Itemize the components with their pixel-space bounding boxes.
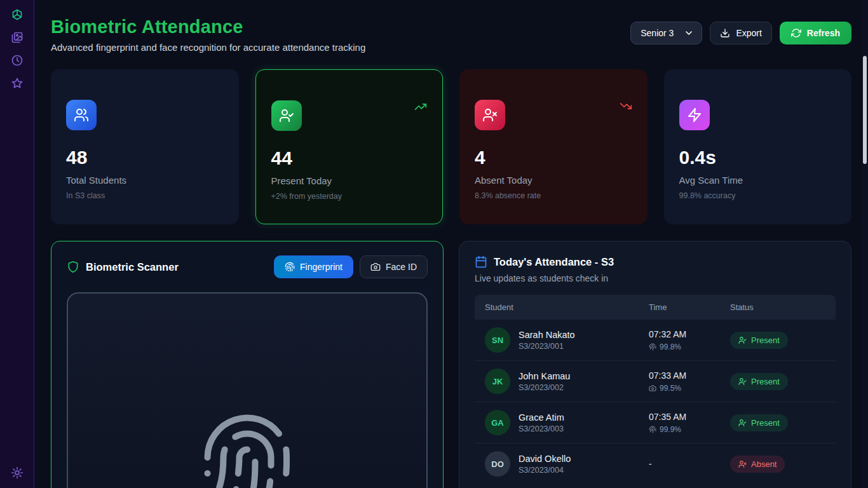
student-names: John Kamau S3/2023/002 — [519, 371, 570, 392]
attendance-table: Student Time Status SN Sarah Nakato S3/2… — [475, 295, 836, 484]
stat-value: 4 — [475, 147, 632, 168]
stat-label: Absent Today — [475, 175, 632, 186]
fingerprint-scan-icon — [200, 410, 295, 488]
table-row[interactable]: GA Grace Atim S3/2023/003 07:35 AM 99.9% — [475, 402, 836, 443]
table-row[interactable]: JK John Kamau S3/2023/002 07:33 AM 99.5% — [475, 360, 836, 402]
page-title: Biometric Attendance — [51, 17, 365, 37]
status-badge: Present — [730, 373, 788, 390]
time-cell: 07:35 AM 99.9% — [649, 412, 730, 434]
tab-fingerprint-label: Fingerprint — [300, 262, 342, 272]
student-id: S3/2023/003 — [519, 424, 564, 433]
settings-gear-icon[interactable] — [11, 466, 24, 479]
window-scrollbar[interactable] — [862, 0, 868, 488]
status-label: Present — [751, 418, 780, 428]
scanner-mode-tabs: Fingerprint Face ID — [274, 255, 428, 278]
stat-sub: 99.8% accuracy — [679, 191, 837, 200]
scan-accuracy: 99.8% — [649, 342, 730, 351]
tab-face-id-label: Face ID — [386, 262, 417, 272]
refresh-button[interactable]: Refresh — [780, 22, 851, 44]
student-names: David Okello S3/2023/004 — [519, 454, 571, 475]
fingerprint-icon — [649, 343, 656, 351]
biometric-scanner-panel: Biometric Scanner Fingerprint Face ID — [51, 241, 444, 488]
class-select[interactable]: Senior 3 — [630, 22, 702, 44]
accuracy-value: 99.8% — [660, 342, 681, 351]
tab-face-id[interactable]: Face ID — [360, 255, 428, 278]
trending-up-icon — [414, 100, 427, 116]
avatar: GA — [485, 410, 510, 435]
status-badge: Present — [730, 332, 788, 349]
status-cell: Absent — [730, 456, 825, 473]
user-x-icon — [475, 100, 505, 130]
sidebar — [0, 0, 34, 488]
chevron-down-icon — [684, 28, 694, 38]
student-cell: DO David Okello S3/2023/004 — [485, 451, 649, 477]
scanner-surface[interactable] — [67, 292, 428, 488]
user-check-icon — [738, 419, 747, 427]
favorites-star-icon[interactable] — [11, 77, 24, 90]
user-check-icon — [271, 100, 302, 131]
status-badge: Absent — [730, 456, 785, 473]
class-select-value: Senior 3 — [641, 28, 674, 38]
status-cell: Present — [730, 414, 825, 431]
check-in-time: 07:33 AM — [649, 370, 730, 381]
history-clock-icon[interactable] — [11, 54, 24, 67]
shield-icon — [67, 261, 79, 273]
student-name: Grace Atim — [519, 412, 564, 423]
time-cell: 07:33 AM 99.5% — [649, 370, 730, 393]
student-names: Sarah Nakato S3/2023/001 — [519, 330, 575, 351]
time-cell: 07:32 AM 99.8% — [649, 329, 730, 351]
student-id: S3/2023/004 — [519, 466, 571, 475]
student-id: S3/2023/002 — [519, 383, 570, 392]
app-window: Biometric Attendance Advanced fingerprin… — [0, 0, 868, 488]
attendance-panel-title: Today's Attendance - S3 — [494, 256, 614, 268]
library-icon[interactable] — [11, 31, 24, 44]
status-cell: Present — [730, 332, 825, 349]
scanner-panel-title: Biometric Scanner — [86, 261, 179, 273]
scrollbar-thumb[interactable] — [863, 56, 867, 164]
scan-accuracy: 99.5% — [649, 384, 730, 393]
avatar: JK — [485, 369, 510, 394]
export-button[interactable]: Export — [710, 22, 771, 44]
fingerprint-icon — [649, 426, 656, 433]
check-in-time: - — [649, 459, 730, 469]
col-student: Student — [485, 302, 649, 312]
fingerprint-icon — [285, 262, 295, 272]
tab-fingerprint[interactable]: Fingerprint — [274, 255, 353, 278]
student-id: S3/2023/001 — [519, 342, 575, 351]
stat-label: Present Today — [271, 175, 428, 186]
camera-icon — [649, 384, 656, 392]
stat-card-present-today: 44 Present Today +2% from yesterday — [255, 69, 444, 224]
stat-value: 48 — [66, 147, 224, 168]
zap-icon — [679, 100, 710, 130]
page-header-titles: Biometric Attendance Advanced fingerprin… — [51, 17, 365, 53]
stat-value: 44 — [271, 147, 428, 169]
stat-sub: In S3 class — [66, 191, 224, 200]
user-check-icon — [738, 377, 747, 386]
student-cell: GA Grace Atim S3/2023/003 — [485, 410, 649, 435]
stat-sub: 8.3% absence rate — [475, 191, 632, 200]
scanner-panel-header: Biometric Scanner Fingerprint Face ID — [67, 255, 428, 278]
table-row[interactable]: DO David Okello S3/2023/004 - — [475, 443, 836, 484]
scan-accuracy: 99.9% — [649, 425, 730, 434]
avatar: DO — [485, 451, 510, 477]
page-header: Biometric Attendance Advanced fingerprin… — [51, 17, 851, 53]
user-x-icon — [738, 460, 747, 468]
stat-card-avg-scan-time: 0.4s Avg Scan Time 99.8% accuracy — [664, 69, 852, 224]
avatar: SN — [485, 327, 510, 353]
accuracy-value: 99.9% — [660, 425, 681, 434]
header-controls: Senior 3 Export Refresh — [630, 22, 851, 44]
time-cell: - — [649, 459, 730, 469]
attendance-title-wrap: Today's Attendance - S3 — [475, 255, 836, 268]
calendar-icon — [475, 255, 487, 268]
scanner-title-wrap: Biometric Scanner — [67, 261, 179, 273]
camera-icon — [370, 262, 381, 272]
student-name: David Okello — [519, 454, 571, 464]
stats-row: 48 Total Students In S3 class 44 Present… — [51, 69, 851, 224]
stat-value: 0.4s — [679, 147, 837, 168]
stat-label: Avg Scan Time — [679, 175, 837, 186]
table-row[interactable]: SN Sarah Nakato S3/2023/001 07:32 AM 99.… — [475, 320, 836, 360]
app-logo-icon[interactable] — [11, 8, 24, 21]
student-name: Sarah Nakato — [519, 330, 575, 340]
users-icon — [66, 100, 97, 130]
status-label: Absent — [751, 459, 776, 469]
